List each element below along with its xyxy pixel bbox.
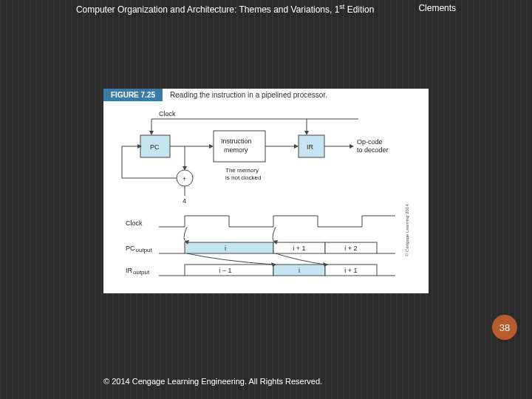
clock-wave-label: Clock xyxy=(126,219,143,227)
image-credit: © Cengage Learning 2014. xyxy=(405,203,409,256)
pc-output-label: PCoutput xyxy=(126,245,153,253)
note-line-1: The memory xyxy=(225,167,259,174)
pc-box-label: PC xyxy=(150,143,160,151)
pipeline-diagram-svg: Clock PC Instruction memory IR xyxy=(115,109,417,286)
figure-caption: Reading the instruction in a pipelined p… xyxy=(163,89,335,101)
page-number-badge: 38 xyxy=(492,315,517,340)
imem-label-2: memory xyxy=(224,146,248,154)
book-title: Computer Organization and Architecture: … xyxy=(76,3,374,15)
imem-label-1: Instruction xyxy=(221,137,252,145)
copyright-footer: © 2014 Cengage Learning Engineering. All… xyxy=(103,377,322,386)
svg-marker-4 xyxy=(304,131,309,135)
svg-marker-7 xyxy=(209,144,214,149)
note-line-2: is not clocked xyxy=(225,174,261,181)
figure-number: FIGURE 7.25 xyxy=(103,89,163,101)
pc-val-2: i + 2 xyxy=(344,245,357,252)
ir-val-1: i xyxy=(299,267,300,274)
diagram: Clock PC Instruction memory IR xyxy=(103,101,429,293)
author-name: Clements xyxy=(418,3,456,15)
svg-rect-23 xyxy=(185,242,273,253)
slide-header: Computer Organization and Architecture: … xyxy=(0,3,532,15)
pc-val-0: i xyxy=(225,245,226,252)
figure-panel: FIGURE 7.25 Reading the instruction in a… xyxy=(103,89,429,293)
ir-box-label: IR xyxy=(307,143,314,151)
opcode-label-2: to decoder xyxy=(357,146,389,154)
adder-constant: 4 xyxy=(183,197,186,205)
pc-val-1: i + 1 xyxy=(293,245,305,252)
ir-val-0: i − 1 xyxy=(219,267,231,274)
ir-output-label: IRoutput xyxy=(126,267,150,276)
svg-marker-10 xyxy=(294,144,299,149)
figure-title-bar: FIGURE 7.25 Reading the instruction in a… xyxy=(103,89,429,101)
clock-label: Clock xyxy=(159,110,176,117)
svg-marker-3 xyxy=(149,131,154,135)
opcode-label-1: Op-code xyxy=(357,138,383,146)
ir-val-2: i + 1 xyxy=(344,267,357,274)
adder-plus: + xyxy=(183,175,186,183)
svg-marker-13 xyxy=(349,144,354,149)
